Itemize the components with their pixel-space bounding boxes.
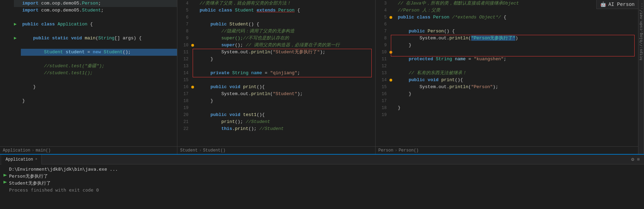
code-line: ▶ public class Application { <box>0 21 177 28</box>
output-arrow-icon <box>3 180 8 185</box>
code-line: } <box>0 84 177 91</box>
code-line: 17 <box>376 98 644 104</box>
code-area-person[interactable]: 3 // 在Java中，所有的类，都默认直接或者间接继承Object 4 //P… <box>376 0 644 146</box>
code-line: 11 System.out.println("Student无参执行了"); <box>177 49 375 56</box>
code-line: 11 protected String name = "kuangshen"; <box>376 56 644 63</box>
breadcrumb-right: Person › Person() <box>376 146 644 154</box>
code-line: 15 <box>177 77 375 84</box>
code-line: 5 public class Student extends Person { <box>177 7 375 14</box>
code-line: 16 } <box>376 91 644 98</box>
bottom-panel: Application × ⚙ ≡ D:\Environment\jdk8\jd… <box>0 154 644 209</box>
code-line: 12 <box>376 63 644 70</box>
code-lines-middle: 4 //类继承了父类，就会拥有父类的全部方法！ 5 public class S… <box>177 0 375 132</box>
panel-application: import com.oop.demo05.Person; import com… <box>0 0 177 154</box>
console-output-line2: Student无参执行了 <box>9 180 641 187</box>
code-line: 19 <box>376 111 644 118</box>
code-line: 9 } <box>376 42 644 49</box>
code-line: import com.oop.demo05.Student; <box>0 7 177 14</box>
editor-area: import com.oop.demo05.Person; import com… <box>0 0 644 154</box>
code-line: //student.test("秦疆"); <box>0 63 177 70</box>
code-line: 10 super(); // 调用父类的构造器，必须要在子类的第一行 <box>177 42 375 49</box>
code-line: 16 public void print(){ <box>177 84 375 91</box>
console-line: D:\Environment\jdk8\jdk\bin\java.exe ... <box>3 166 641 173</box>
code-line: 13 // 私有的东西无法被继承！ <box>376 70 644 77</box>
console-output[interactable]: D:\Environment\jdk8\jdk\bin\java.exe ...… <box>0 164 644 209</box>
code-line-highlighted: Student student = new Student(); <box>0 49 177 56</box>
code-area-application[interactable]: import com.oop.demo05.Person; import com… <box>0 0 177 146</box>
code-line <box>0 28 177 35</box>
ai-icon: 🤖 <box>600 1 606 7</box>
code-line: } <box>0 98 177 104</box>
tab-label: Application <box>6 157 33 162</box>
breadcrumb-method[interactable]: Person() <box>399 148 419 153</box>
console-line: Person无参执行了 <box>3 173 641 180</box>
code-line: 5 public class Person /*extends Object*/… <box>376 14 644 21</box>
code-line: 18 } <box>376 104 644 111</box>
code-line: 14 private String name = "qinjiang"; <box>177 70 375 77</box>
breadcrumb-file[interactable]: Student <box>180 148 198 153</box>
right-panel-indicator: https://blog.csdn.net/... <box>638 0 644 154</box>
code-line: ▶ public static void main(String[] args)… <box>0 35 177 42</box>
panel-person: 3 // 在Java中，所有的类，都默认直接或者间接继承Object 4 //P… <box>376 0 644 154</box>
breadcrumb-method[interactable]: main() <box>35 148 50 153</box>
breakpoint-icon <box>389 79 392 82</box>
debug-arrow-icon: ▶ <box>14 36 17 41</box>
debug-arrow-icon: ▶ <box>14 22 17 27</box>
code-line: 14 public void print(){ <box>376 77 644 84</box>
watermark-text: https://blog.csdn.net/... <box>639 3 643 60</box>
tab-bar: Application × ⚙ ≡ <box>0 155 644 164</box>
breadcrumb-middle: Student › Student() <box>177 146 375 154</box>
code-line: 7 public Person() { <box>376 28 644 35</box>
breadcrumb-left: Application › main() <box>0 146 177 154</box>
code-line: 19 <box>177 104 375 111</box>
svg-marker-1 <box>3 181 7 184</box>
code-line: 22 this.print(); //Student <box>177 125 375 132</box>
svg-marker-0 <box>3 174 7 177</box>
code-line: 20 public void test1(){ <box>177 111 375 118</box>
breakpoint-icon <box>191 86 194 88</box>
code-line: 8 //隐藏代码：调用了父类的无参构造 <box>177 28 375 35</box>
code-line <box>0 14 177 21</box>
code-line: 8 System.out.println("Person无参执行了") <box>376 35 644 42</box>
code-line: 4 //类继承了父类，就会拥有父类的全部方法！ <box>177 0 375 7</box>
tab-application[interactable]: Application × <box>1 155 42 164</box>
code-line <box>0 77 177 84</box>
code-line: 18 } <box>177 98 375 104</box>
code-line <box>0 91 177 98</box>
code-line: 15 System.out.println("Person"); <box>376 84 644 91</box>
code-line: 13 <box>177 63 375 70</box>
breakpoint-icon <box>389 51 392 54</box>
code-line: 6 <box>376 21 644 28</box>
code-line: //student.test1(); <box>0 70 177 77</box>
close-tab-icon[interactable]: × <box>35 157 37 161</box>
settings-icon[interactable]: ⚙ <box>631 156 634 162</box>
code-line: 6 <box>177 14 375 21</box>
code-lines-left: import com.oop.demo05.Person; import com… <box>0 0 177 104</box>
code-line: 7 public Student() { <box>177 21 375 28</box>
breadcrumb-file[interactable]: Application <box>3 148 30 153</box>
console-process-finished: Process finished with exit code 0 <box>9 187 641 194</box>
code-lines-right: 3 // 在Java中，所有的类，都默认直接或者间接继承Object 4 //P… <box>376 0 644 118</box>
console-output-line1: Person无参执行了 <box>9 173 641 180</box>
breadcrumb-method[interactable]: Student() <box>203 148 226 153</box>
console-line: Process finished with exit code 0 <box>3 187 641 194</box>
code-line <box>0 56 177 63</box>
panel-student: 4 //类继承了父类，就会拥有父类的全部方法！ 5 public class S… <box>177 0 376 154</box>
code-area-student[interactable]: 4 //类继承了父类，就会拥有父类的全部方法！ 5 public class S… <box>177 0 375 146</box>
code-line: 9 super();//不写也是默认存在的 <box>177 35 375 42</box>
output-arrow-icon <box>3 173 8 178</box>
tab-right-icons: ⚙ ≡ <box>631 156 643 162</box>
menu-icon[interactable]: ≡ <box>637 157 640 162</box>
code-line: import com.oop.demo05.Person; <box>0 0 177 7</box>
code-line <box>0 42 177 49</box>
console-cmd: D:\Environment\jdk8\jdk\bin\java.exe ... <box>9 166 641 173</box>
console-line: Student无参执行了 <box>3 180 641 187</box>
breadcrumb-file[interactable]: Person <box>378 148 393 153</box>
ai-person-badge: 🤖 AI Person <box>596 0 638 9</box>
breakpoint-icon <box>389 16 392 19</box>
code-line: 21 print(); //Student <box>177 118 375 125</box>
code-line: 17 System.out.println("Student"); <box>177 91 375 98</box>
breakpoint-icon <box>191 44 194 47</box>
code-line: 12 } <box>177 56 375 63</box>
ai-label: AI Person <box>608 2 635 7</box>
